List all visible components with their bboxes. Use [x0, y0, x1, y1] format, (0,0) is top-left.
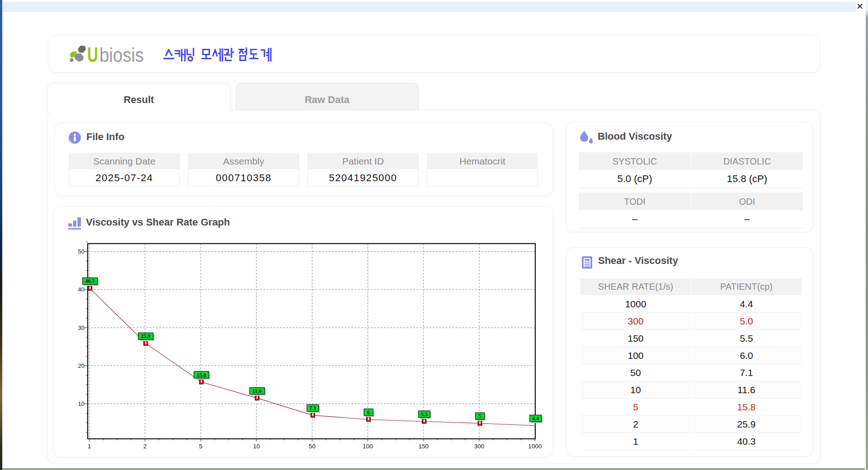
svg-text:40.3: 40.3	[85, 278, 95, 284]
svg-text:30: 30	[78, 324, 85, 331]
svg-text:25.9: 25.9	[141, 333, 151, 339]
svg-text:1: 1	[88, 443, 91, 450]
svg-text:4.4: 4.4	[532, 415, 539, 422]
svg-text:5: 5	[199, 443, 203, 450]
svg-text:50: 50	[78, 248, 85, 255]
svg-text:biosis: biosis	[99, 43, 144, 66]
svg-text:10: 10	[78, 400, 85, 407]
svg-text:50: 50	[309, 443, 316, 450]
svg-text:1000: 1000	[528, 443, 542, 450]
svg-text:10: 10	[253, 443, 260, 450]
svg-text:11.6: 11.6	[253, 388, 262, 394]
svg-text:2: 2	[143, 443, 147, 450]
svg-text:5: 5	[479, 413, 481, 419]
svg-text:100: 100	[363, 443, 373, 450]
svg-text:150: 150	[419, 443, 429, 450]
svg-text:300: 300	[474, 443, 485, 450]
svg-text:U: U	[87, 43, 98, 66]
svg-text:6: 6	[367, 409, 370, 416]
svg-text:5.5: 5.5	[421, 411, 428, 418]
svg-text:7.1: 7.1	[309, 405, 316, 411]
svg-text:15.8: 15.8	[197, 372, 206, 378]
svg-text:20: 20	[78, 362, 85, 369]
svg-text:40: 40	[78, 286, 85, 293]
